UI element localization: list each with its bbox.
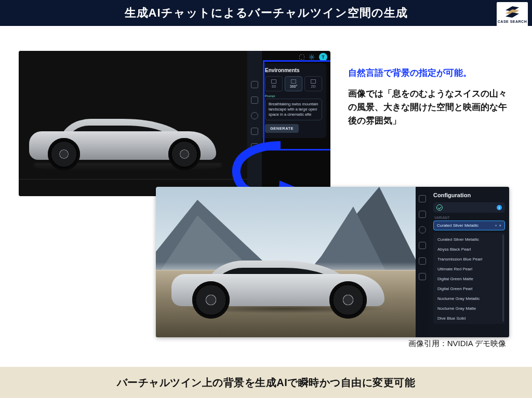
prompt-label: Prompt (265, 94, 322, 98)
tool-icon[interactable] (251, 97, 258, 104)
logo-case-search: CASE SEARCH (497, 2, 528, 27)
tool-sidebar (416, 187, 429, 337)
tool-icon[interactable] (419, 242, 426, 249)
header-bar: 生成AIチャットによるバーチャルツイン空間の生成 CASE SEARCH (0, 0, 532, 26)
tool-icon[interactable] (419, 226, 426, 234)
content-area: T Environments 3D 360° 2D Prompt Breatht… (0, 26, 532, 358)
color-option[interactable]: Nocturne Gray Matte (433, 304, 505, 313)
environments-panel: Environments 3D 360° 2D Prompt Breathtak… (261, 63, 326, 138)
prompt-textarea[interactable]: Breathtaking swiss mountain landscape wi… (265, 99, 322, 120)
variant-label: VARIANT (434, 216, 505, 219)
info-icon[interactable]: i (497, 205, 502, 210)
color-option[interactable]: Curated Silver Metallic (433, 235, 505, 244)
logo-stack-icon (506, 6, 519, 18)
gear-icon[interactable] (309, 54, 315, 60)
tab-360[interactable]: 360° (285, 76, 302, 91)
clear-icon[interactable]: × (495, 223, 497, 228)
tab-2d[interactable]: 2D (304, 76, 322, 91)
configuration-panel: Configuration i VARIANT Curated Silver M… (429, 187, 509, 337)
explanation-body: 画像では「息をのむようなスイスの山々の風景、大きな開けた空間と映画的な午後の雰囲… (348, 87, 509, 128)
variant-dropdown[interactable]: Curated Silver Metallic × ▾ (433, 221, 505, 230)
color-option[interactable]: Digital Green Pearl (433, 284, 505, 294)
color-option[interactable]: Ultimate Red Pearl (433, 264, 505, 274)
tab-3d-label: 3D (272, 85, 276, 88)
tool-icon[interactable] (251, 112, 258, 119)
footer-bar: バーチャルツイン上の背景を生成AIで瞬時かつ自由に変更可能 (0, 367, 532, 398)
screenshot-after: Configuration i VARIANT Curated Silver M… (156, 187, 509, 337)
avatar[interactable]: T (319, 53, 327, 61)
color-option[interactable]: Dive Blue Solid (433, 313, 505, 323)
car-render-before (24, 113, 232, 175)
color-option[interactable]: Digital Green Matte (433, 274, 505, 284)
tool-icon[interactable] (419, 195, 426, 202)
explanation-block: 自然言語で背景の指定が可能。 画像では「息をのむようなスイスの山々の風景、大きな… (348, 66, 509, 128)
footer-summary: バーチャルツイン上の背景を生成AIで瞬時かつ自由に変更可能 (117, 376, 416, 390)
generate-button[interactable]: GENERATE (265, 124, 299, 133)
image-citation: 画像引用：NVIDIA デモ映像 (408, 339, 506, 349)
expand-icon[interactable] (299, 54, 304, 60)
viewport-before (19, 51, 247, 196)
tool-icon[interactable] (419, 211, 426, 218)
explanation-lead: 自然言語で背景の指定が可能。 (348, 66, 509, 80)
variant-selected-value: Curated Silver Metallic (437, 223, 478, 228)
tool-icon[interactable] (251, 81, 258, 88)
environments-heading: Environments (265, 67, 322, 73)
page-title: 生成AIチャットによるバーチャルツイン空間の生成 (125, 5, 408, 21)
viewport-controls: T (299, 53, 327, 61)
color-option[interactable]: Transmission Blue Pearl (433, 254, 505, 264)
configuration-heading: Configuration (433, 192, 505, 198)
tool-icon[interactable] (419, 257, 426, 265)
svg-point-0 (311, 56, 313, 58)
car-render-after (165, 250, 399, 323)
config-select-row[interactable]: i (433, 202, 505, 213)
viewport-after (156, 187, 416, 337)
tab-360-label: 360° (290, 85, 297, 88)
chevron-down-icon: ▾ (499, 224, 501, 228)
tab-3d[interactable]: 3D (265, 76, 283, 91)
color-option[interactable]: Nocturne Gray Metallic (433, 294, 505, 304)
environment-mode-tabs: 3D 360° 2D (265, 76, 322, 91)
tool-icon[interactable] (419, 273, 426, 280)
tool-icon[interactable] (251, 128, 258, 135)
color-option[interactable]: Abyss Black Pearl (433, 244, 505, 254)
tab-2d-label: 2D (311, 85, 316, 88)
color-options-list[interactable]: Curated Silver Metallic Abyss Black Pear… (433, 232, 505, 324)
check-icon (436, 204, 443, 211)
logo-text: CASE SEARCH (498, 20, 527, 23)
